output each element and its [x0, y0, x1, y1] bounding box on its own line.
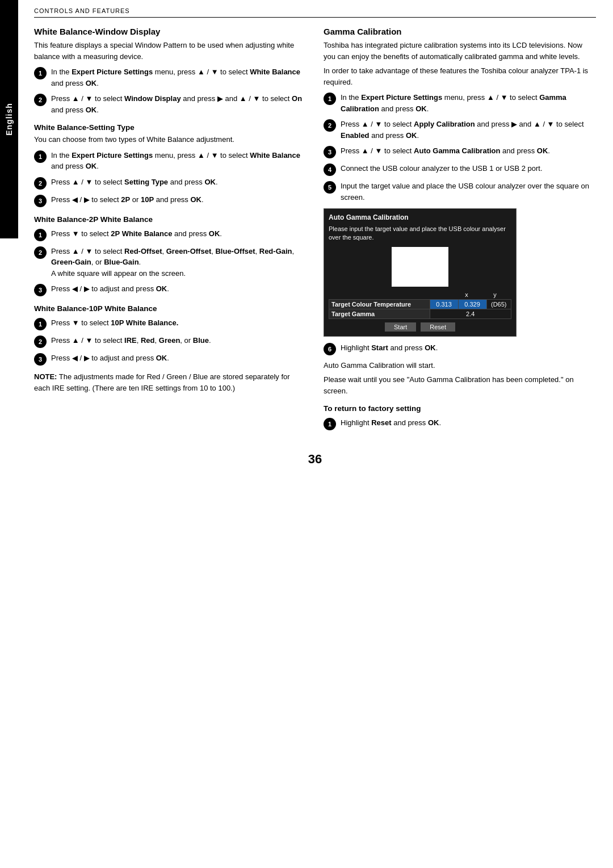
step: 3 Press ◀ / ▶ to select 2P or 10P and pr… [34, 194, 306, 207]
step-number: 3 [34, 284, 47, 296]
x-label: x [452, 291, 481, 298]
step-number: 2 [324, 119, 336, 132]
header-label: CONTROLS AND FEATURES [34, 7, 130, 14]
section4-steps: 1 Press ▼ to select 10P White Balance. 2… [34, 317, 306, 366]
target-colour-label: Target Colour Temperature [329, 299, 430, 309]
gamma-steps: 1 In the Expert Picture Settings menu, p… [324, 92, 596, 203]
step: 5 Input the target value and place the U… [324, 181, 596, 203]
step-number: 2 [34, 246, 47, 259]
after-text1: Auto Gamma Calibration will start. [324, 360, 596, 371]
step-text: Highlight Reset and press OK. [341, 417, 441, 429]
auto-gamma-dialog: Auto Gamma Calibration Please input the … [324, 208, 517, 337]
step: 1 Press ▼ to select 10P White Balance. [34, 317, 306, 330]
target-colour-x: 0.313 [430, 299, 458, 309]
return-section: To return to factory setting 1 Highlight… [324, 404, 596, 430]
step: 3 Press ◀ / ▶ to adjust and press OK. [34, 283, 306, 296]
page-header: CONTROLS AND FEATURES [34, 6, 596, 18]
side-tab-label: English [5, 103, 14, 136]
section2-title: White Balance-Setting Type [34, 123, 306, 132]
step: 2 Press ▲ / ▼ to select IRE, Red, Green,… [34, 335, 306, 348]
step-text: Press ▲ / ▼ to select Window Display and… [51, 93, 306, 115]
step-text: Connect the USB colour analyzer to the U… [341, 163, 543, 174]
step-number: 5 [324, 181, 336, 194]
step: 2 Press ▲ / ▼ to select Apply Calibratio… [324, 119, 596, 141]
step-text: Press ▲ / ▼ to select Auto Gamma Calibra… [341, 145, 550, 157]
note-block: NOTE: The adjustments made for Red / Gre… [34, 371, 306, 393]
y-label: y [481, 291, 509, 298]
step-text: Highlight Start and press OK. [341, 342, 438, 354]
step-number: 1 [34, 318, 47, 330]
step-text: Press ▼ to select 2P White Balance and p… [51, 228, 222, 240]
section2-intro: You can choose from two types of White B… [34, 134, 306, 145]
step: 2 Press ▲ / ▼ to select Window Display a… [34, 93, 306, 115]
dialog-title: Auto Gamma Calibration [329, 213, 511, 221]
table-row: Target Colour Temperature 0.313 0.329 (D… [329, 299, 511, 309]
step-number: 3 [324, 146, 336, 158]
step-text: Input the target value and place the USB… [341, 181, 596, 203]
side-tab: English [0, 0, 18, 238]
step: 4 Connect the USB colour analyzer to the… [324, 163, 596, 176]
gamma-intro2: In order to take advantage of these feat… [324, 65, 596, 87]
section3-steps: 1 Press ▼ to select 2P White Balance and… [34, 228, 306, 297]
dialog-subtitle: Please input the target value and place … [329, 225, 511, 242]
section1-title: White Balance-Window Display [34, 27, 306, 36]
gamma-intro1: Toshiba has integrated picture calibrati… [324, 40, 596, 62]
table-row: Target Gamma 2.4 [329, 309, 511, 318]
target-gamma-value: 2.4 [430, 309, 511, 318]
return-title: To return to factory setting [324, 404, 596, 413]
d65-cell: (D65) [486, 299, 511, 309]
step: 1 Highlight Reset and press OK. [324, 417, 596, 430]
step-number: 1 [34, 150, 47, 163]
step-text: In the Expert Picture Settings menu, pre… [51, 150, 306, 172]
left-column: White Balance-Window Display This featur… [34, 27, 306, 435]
gamma-steps-after: 6 Highlight Start and press OK. [324, 342, 596, 355]
step-text: Press ▲ / ▼ to select Setting Type and p… [51, 177, 218, 188]
step: 1 In the Expert Picture Settings menu, p… [34, 66, 306, 89]
step-number: 1 [324, 93, 336, 105]
section4-title: White Balance-10P White Balance [34, 304, 306, 313]
step-text: Press ▲ / ▼ to select Apply Calibration … [341, 119, 596, 141]
dialog-xy-header: x y [329, 291, 511, 298]
target-gamma-label: Target Gamma [329, 309, 430, 318]
dialog-table: Target Colour Temperature 0.313 0.329 (D… [329, 299, 511, 319]
gamma-title: Gamma Calibration [324, 27, 596, 36]
step-number: 4 [324, 163, 336, 176]
step-text: Press ◀ / ▶ to select 2P or 10P and pres… [51, 194, 204, 206]
step-number: 2 [34, 94, 47, 106]
step-text: Press ▲ / ▼ to select IRE, Red, Green, o… [51, 335, 211, 346]
return-steps: 1 Highlight Reset and press OK. [324, 417, 596, 430]
step-number: 1 [34, 229, 47, 241]
dialog-buttons: Start Reset [329, 322, 511, 332]
step-text: In the Expert Picture Settings menu, pre… [341, 92, 596, 114]
step: 1 In the Expert Picture Settings menu, p… [34, 150, 306, 172]
start-button[interactable]: Start [385, 322, 416, 332]
after-text2: Please wait until you see "Auto Gamma Ca… [324, 374, 596, 396]
page-number: 36 [34, 452, 596, 467]
step-number: 1 [324, 418, 336, 430]
step-number: 2 [34, 336, 47, 348]
target-colour-y: 0.329 [458, 299, 486, 309]
section2-steps: 1 In the Expert Picture Settings menu, p… [34, 150, 306, 207]
step-text: Press ▲ / ▼ to select Red-Offset, Green-… [51, 246, 306, 279]
step: 6 Highlight Start and press OK. [324, 342, 596, 355]
step-text: Press ◀ / ▶ to adjust and press OK. [51, 353, 169, 364]
step-text: Press ▼ to select 10P White Balance. [51, 317, 178, 329]
step-number: 2 [34, 177, 47, 190]
step-number: 1 [34, 67, 47, 79]
step-number: 3 [34, 353, 47, 366]
right-column: Gamma Calibration Toshiba has integrated… [324, 27, 596, 435]
step: 3 Press ◀ / ▶ to adjust and press OK. [34, 353, 306, 366]
step-number: 3 [34, 195, 47, 207]
section1-intro: This feature displays a special Window P… [34, 40, 306, 62]
step: 1 In the Expert Picture Settings menu, p… [324, 92, 596, 114]
section3-title: White Balance-2P White Balance [34, 215, 306, 224]
step-text: In the Expert Picture Settings menu, pre… [51, 66, 306, 89]
step: 1 Press ▼ to select 2P White Balance and… [34, 228, 306, 241]
dialog-white-square [392, 247, 448, 287]
step-text: Press ◀ / ▶ to adjust and press OK. [51, 283, 169, 295]
section1-steps: 1 In the Expert Picture Settings menu, p… [34, 66, 306, 115]
step: 2 Press ▲ / ▼ to select Red-Offset, Gree… [34, 246, 306, 279]
reset-button[interactable]: Reset [421, 322, 455, 332]
step-number: 6 [324, 343, 336, 355]
step: 3 Press ▲ / ▼ to select Auto Gamma Calib… [324, 145, 596, 158]
